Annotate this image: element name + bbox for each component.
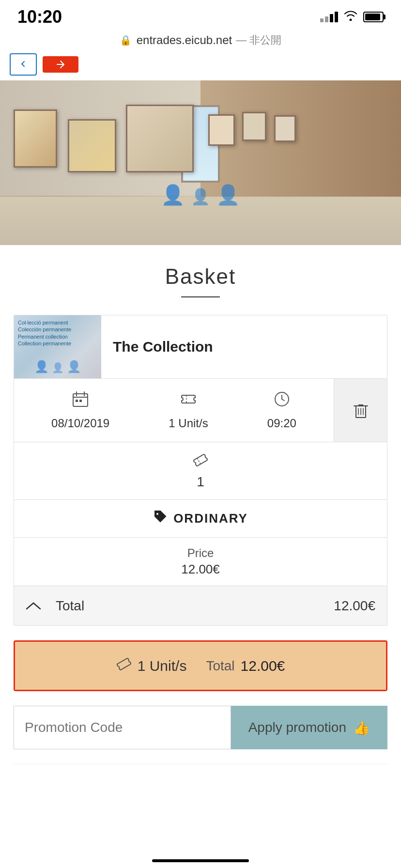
- summary-ticket-icon: [116, 656, 132, 675]
- summary-total-label: Total: [206, 658, 234, 674]
- svg-rect-2: [79, 400, 82, 402]
- basket-divider: [181, 296, 220, 297]
- status-icons: [320, 10, 384, 24]
- promotion-section: Apply promotion 👍: [14, 706, 387, 749]
- item-time-cell: 09:20: [267, 390, 296, 430]
- svg-rect-1: [76, 400, 78, 402]
- item-name: The Collection: [101, 329, 387, 365]
- bottom-section: [14, 764, 387, 793]
- summary-units: 1 Unit/s: [116, 656, 187, 675]
- price-label: Price: [187, 546, 214, 560]
- item-thumbnail: Col·lecció permanent Colección permanent…: [14, 315, 101, 378]
- thumb-text: Col·lecció permanent Colección permanent…: [18, 319, 71, 347]
- summary-total-value: 12.00€: [241, 658, 285, 674]
- chevron-up-icon[interactable]: [26, 597, 41, 615]
- basket-card: Col·lecció permanent Colección permanent…: [14, 315, 387, 626]
- main-content: Basket Col·lecció permanent Colección pe…: [0, 245, 401, 793]
- summary-units-value: 1 Unit/s: [138, 658, 187, 674]
- ticket-icon: [180, 390, 197, 412]
- lock-icon: 🔒: [120, 34, 132, 46]
- basket-title-section: Basket: [14, 264, 387, 297]
- signal-icon: [320, 12, 338, 22]
- ticket-count-value: 1: [197, 474, 204, 490]
- url-text: entrades.eicub.net — 非公開: [137, 33, 282, 47]
- status-time: 10:20: [17, 7, 62, 27]
- top-nav: [0, 53, 401, 80]
- home-indicator: [152, 859, 249, 862]
- thumbs-up-icon: 👍: [353, 720, 370, 736]
- item-details-row: 08/10/2019 1 Unit/s: [14, 379, 387, 442]
- apply-promotion-label: Apply promotion: [248, 720, 346, 735]
- museum-banner-image: 👤 👤 👤: [0, 80, 401, 245]
- url-bar: 🔒 entrades.eicub.net — 非公開: [0, 29, 401, 53]
- battery-icon: [363, 12, 384, 22]
- tag-icon: [153, 510, 168, 527]
- total-label: Total: [56, 598, 334, 614]
- item-header: Col·lecció permanent Colección permanent…: [14, 315, 387, 379]
- item-units-cell: 1 Unit/s: [169, 390, 208, 430]
- price-value: 12.00€: [181, 562, 220, 577]
- item-type-row: ORDINARY: [14, 500, 387, 538]
- nav-btn-red[interactable]: [43, 56, 78, 73]
- wifi-icon: [344, 10, 357, 24]
- promotion-code-input[interactable]: [14, 706, 231, 749]
- calendar-icon: [72, 390, 89, 412]
- summary-total: Total 12.00€: [206, 658, 285, 674]
- item-type: ORDINARY: [173, 511, 248, 526]
- basket-heading: Basket: [14, 264, 387, 289]
- nav-btn-back[interactable]: [10, 53, 37, 76]
- item-total-row: Total 12.00€: [14, 586, 387, 625]
- item-date-cell: 08/10/2019: [51, 390, 109, 430]
- clock-icon: [273, 390, 291, 412]
- status-bar: 10:20: [0, 0, 401, 29]
- summary-banner: 1 Unit/s Total 12.00€: [14, 640, 387, 691]
- ticket-count-row: 1: [14, 442, 387, 500]
- delete-button[interactable]: [334, 379, 387, 442]
- item-time: 09:20: [267, 417, 296, 430]
- item-units: 1 Unit/s: [169, 417, 208, 430]
- apply-promotion-button[interactable]: Apply promotion 👍: [231, 706, 387, 749]
- summary-banner-inner: 1 Unit/s Total 12.00€: [15, 642, 386, 690]
- svg-point-5: [156, 513, 158, 515]
- item-price-row: Price 12.00€: [14, 538, 387, 586]
- total-value: 12.00€: [334, 598, 375, 614]
- item-date: 08/10/2019: [51, 417, 109, 430]
- item-details-main: 08/10/2019 1 Unit/s: [14, 379, 334, 442]
- ticket-count-icon: [192, 452, 209, 470]
